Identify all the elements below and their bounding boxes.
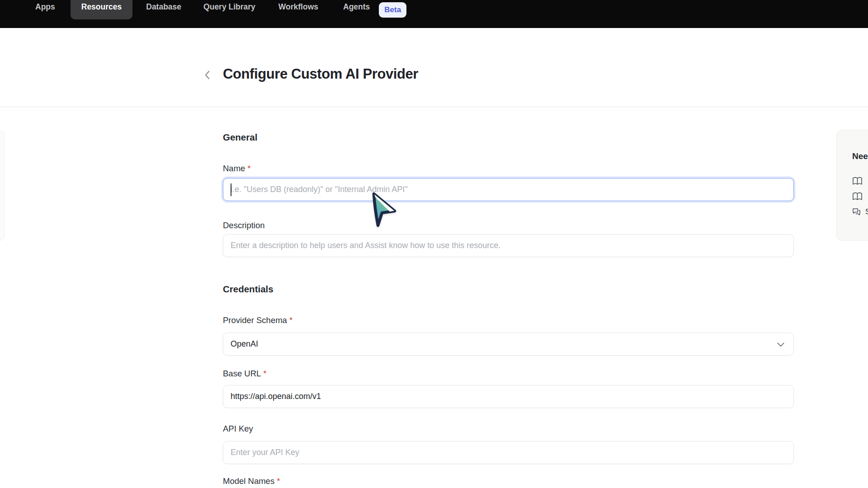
section-heading-credentials: Credentials	[223, 284, 274, 295]
api-key-input[interactable]	[223, 441, 794, 464]
name-label-text: Name	[223, 164, 245, 173]
nav-item-query-library[interactable]: Query Library	[203, 2, 255, 12]
header-divider	[0, 107, 868, 107]
provider-schema-label: Provider Schema*	[223, 315, 292, 325]
help-panel-title: Need help?	[852, 151, 868, 161]
nav-item-resources[interactable]: Resources	[71, 0, 133, 19]
book-icon	[852, 177, 863, 186]
page-title: Configure Custom AI Provider	[223, 66, 418, 82]
provider-schema-label-text: Provider Schema	[223, 315, 287, 325]
help-link-docs-1[interactable]	[852, 177, 868, 186]
chat-icon	[852, 208, 861, 216]
nav-item-workflows[interactable]: Workflows	[278, 2, 318, 12]
required-asterisk: *	[289, 315, 292, 325]
nav-item-agents[interactable]: Agents	[343, 2, 370, 12]
chevron-left-icon	[204, 70, 210, 80]
help-panel: Need help? Support	[836, 130, 868, 241]
model-names-label: Model Names*	[223, 476, 280, 486]
model-names-label-text: Model Names	[223, 476, 274, 486]
required-asterisk: *	[277, 476, 280, 486]
page: Apps Resources Database Query Library Wo…	[0, 0, 868, 488]
provider-schema-select[interactable]: OpenAI	[223, 333, 794, 356]
left-panel-edge	[0, 130, 5, 241]
required-asterisk: *	[263, 369, 266, 378]
base-url-input[interactable]	[223, 385, 794, 408]
description-input[interactable]	[223, 234, 794, 257]
beta-badge: Beta	[379, 2, 406, 18]
back-button[interactable]	[202, 69, 212, 81]
base-url-label-text: Base URL	[223, 369, 261, 378]
help-link-label: Support	[865, 207, 868, 216]
text-caret	[231, 183, 231, 196]
name-label: Name*	[223, 164, 251, 174]
help-link-docs-2[interactable]	[852, 192, 868, 201]
nav-items-row: Apps Resources Database Query Library Wo…	[35, 0, 406, 19]
book-icon	[852, 192, 863, 201]
help-link-support[interactable]: Support	[852, 207, 868, 216]
section-heading-general: General	[223, 132, 257, 143]
top-navbar: Apps Resources Database Query Library Wo…	[0, 0, 868, 28]
description-label: Description	[223, 221, 265, 230]
nav-item-apps[interactable]: Apps	[35, 2, 55, 12]
required-asterisk: *	[247, 164, 250, 173]
base-url-label: Base URL*	[223, 369, 267, 379]
name-input[interactable]	[223, 178, 794, 201]
provider-schema-value: OpenAI	[231, 339, 258, 349]
chevron-down-icon	[777, 343, 784, 347]
api-key-label: API Key	[223, 424, 253, 434]
nav-item-database[interactable]: Database	[146, 2, 181, 12]
